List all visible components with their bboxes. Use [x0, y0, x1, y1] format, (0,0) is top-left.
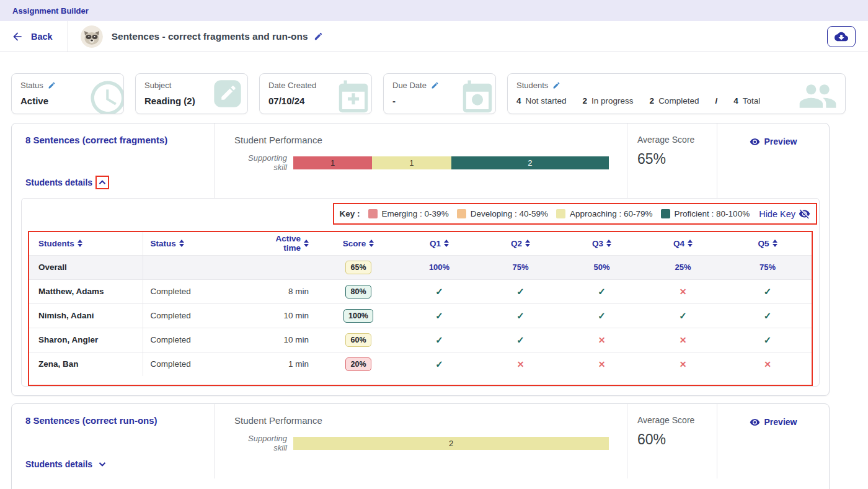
key-item-proficient: Proficient : 80-100% — [661, 209, 750, 218]
students-details-label: Students details — [25, 177, 92, 187]
bar-segment-emerging: 1 — [293, 156, 372, 169]
answer-mark: ✓ — [679, 310, 687, 321]
score-badge: 100% — [343, 309, 373, 323]
approaching-swatch — [556, 209, 565, 218]
eye-icon — [750, 137, 760, 147]
edit-status-icon[interactable] — [48, 81, 56, 89]
cloud-download-icon — [835, 30, 848, 43]
due-date-value: - — [392, 96, 487, 106]
key-label: Key : — [340, 209, 360, 218]
key-item-emerging: Emerging : 0-39% — [368, 209, 449, 218]
answer-mark: ✓ — [435, 334, 443, 345]
table-header-row: Students Status Active time Score Q1 Q2 … — [29, 232, 812, 255]
answer-mark: ✓ — [435, 286, 443, 297]
sort-icon — [304, 240, 309, 247]
column-header-score[interactable]: Score — [318, 232, 399, 255]
students-card: Students 4Not started 2In progress 2Comp… — [507, 73, 846, 114]
edit-title-icon[interactable] — [314, 32, 323, 41]
hide-key-button[interactable]: Hide Key — [759, 208, 810, 220]
sort-icon — [606, 240, 611, 247]
column-header-q1[interactable]: Q1 — [399, 232, 480, 255]
average-score-value: 60% — [637, 431, 717, 448]
answer-mark: ✕ — [598, 359, 606, 369]
students-details-toggle[interactable]: Students details — [25, 176, 109, 189]
sort-icon — [525, 240, 530, 247]
eye-icon — [750, 417, 760, 428]
sort-icon — [773, 240, 777, 247]
stat-separator: / — [715, 96, 717, 105]
answer-mark: ✓ — [764, 334, 772, 345]
due-date-card: Due Date - — [383, 73, 496, 114]
bar-segment-approaching: 2 — [293, 437, 609, 450]
score-badge: 20% — [345, 357, 371, 371]
back-label: Back — [31, 32, 53, 42]
raccoon-avatar-image — [81, 25, 103, 48]
column-header-active-time[interactable]: Active time — [259, 232, 318, 255]
chevron-down-icon[interactable] — [97, 459, 108, 470]
key-item-developing: Developing : 40-59% — [457, 209, 548, 218]
bar-segment-proficient: 2 — [451, 156, 609, 169]
due-date-label: Due Date — [392, 81, 427, 90]
student-performance-label: Student Performance — [234, 135, 627, 145]
average-score-label: Average Score — [637, 415, 717, 425]
date-created-value: 07/10/24 — [268, 96, 363, 106]
answer-mark: ✓ — [435, 359, 443, 369]
column-header-q2[interactable]: Q2 — [480, 232, 561, 255]
assignment-title: Sentences - correct fragments and run-on… — [112, 31, 308, 42]
supporting-skill-label: Supporting skill — [234, 153, 287, 172]
page-header: Back Sentences - correct fragments and r… — [0, 21, 868, 52]
bar-segment-approaching: 1 — [372, 156, 451, 169]
date-created-card: Date Created 07/10/24 — [259, 73, 372, 114]
score-badge: 80% — [345, 285, 371, 298]
answer-mark: ✕ — [680, 359, 687, 369]
column-header-students[interactable]: Students — [29, 232, 143, 255]
column-header-q3[interactable]: Q3 — [561, 232, 642, 255]
status-card: Status Active — [11, 73, 124, 114]
developing-swatch — [457, 209, 466, 218]
column-header-q5[interactable]: Q5 — [724, 232, 812, 255]
answer-mark: ✓ — [516, 286, 525, 297]
subject-value: Reading (2) — [144, 96, 239, 106]
average-score-label: Average Score — [637, 135, 717, 145]
emerging-swatch — [368, 209, 378, 218]
answer-mark: ✕ — [680, 287, 687, 297]
chevron-up-icon[interactable] — [97, 177, 108, 188]
answer-mark: ✕ — [764, 359, 771, 369]
section-title: 8 Sentences (correct run-ons) — [25, 415, 214, 426]
status-value: Active — [20, 96, 115, 106]
table-row-overall: Overall 65% 100% 75% 50% 25% 75% — [29, 255, 812, 279]
performance-bar: 2 — [293, 437, 609, 450]
supporting-skill-label: Supporting skill — [234, 434, 287, 452]
column-header-status[interactable]: Status — [143, 232, 259, 255]
average-score-value: 65% — [637, 151, 717, 168]
answer-mark: ✕ — [680, 335, 687, 345]
edit-students-icon[interactable] — [552, 81, 560, 89]
students-details-toggle[interactable]: Students details — [25, 459, 108, 470]
performance-bar: 1 1 2 — [293, 156, 609, 169]
hide-key-label: Hide Key — [759, 209, 795, 219]
preview-button[interactable]: Preview — [750, 414, 797, 430]
sort-icon — [369, 240, 374, 247]
answer-mark: ✓ — [516, 334, 525, 345]
meta-cards-row: Status Active Subject Reading (2) Date C… — [11, 73, 846, 114]
preview-button[interactable]: Preview — [750, 133, 797, 150]
sort-icon — [78, 240, 82, 247]
download-button[interactable] — [827, 26, 856, 47]
sort-icon — [179, 240, 184, 247]
answer-mark: ✓ — [764, 286, 772, 297]
annotation-box-table: Students Status Active time Score Q1 Q2 … — [28, 231, 813, 386]
status-card-label: Status — [20, 81, 43, 90]
table-row: Sharon, Angler Completed 10 min 60% ✓ ✓ … — [29, 328, 812, 352]
section-correct-fragments: 8 Sentences (correct fragments) Students… — [11, 123, 830, 396]
avatar — [81, 25, 103, 48]
section-correct-run-ons: 8 Sentences (correct run-ons) Students d… — [11, 403, 830, 489]
column-header-q4[interactable]: Q4 — [642, 232, 724, 255]
proficient-swatch — [661, 209, 670, 218]
score-badge: 60% — [345, 333, 371, 347]
answer-mark: ✕ — [517, 359, 525, 369]
answer-mark: ✕ — [598, 335, 606, 345]
stat-in-progress: 2In progress — [583, 96, 634, 105]
answer-mark: ✓ — [764, 310, 772, 321]
edit-due-date-icon[interactable] — [431, 81, 439, 89]
back-button[interactable]: Back — [0, 30, 68, 43]
